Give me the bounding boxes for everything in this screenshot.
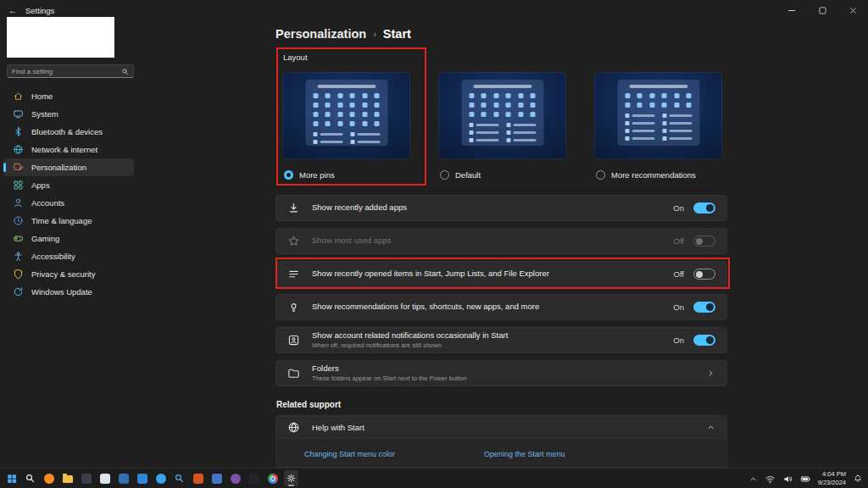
globe-icon xyxy=(287,421,301,434)
toggle-state-label: On xyxy=(673,203,684,213)
toggle-show-most-used[interactable] xyxy=(693,236,715,247)
sidebar-item-system[interactable]: System xyxy=(3,105,134,123)
toggle-show-recently-opened[interactable] xyxy=(693,269,715,280)
apps-icon xyxy=(12,180,24,191)
maximize-button[interactable] xyxy=(807,0,837,20)
volume-icon[interactable] xyxy=(782,474,793,485)
close-button[interactable] xyxy=(837,0,868,20)
taskbar-media-player-icon[interactable] xyxy=(79,470,93,486)
chevron-right-icon xyxy=(706,369,715,378)
taskbar-chrome-icon[interactable] xyxy=(265,470,280,486)
back-arrow-icon: ← xyxy=(8,5,18,15)
taskbar-firefox-icon[interactable] xyxy=(42,470,56,486)
accounts-icon xyxy=(12,197,24,209)
profile-placeholder[interactable] xyxy=(7,17,114,58)
update-icon xyxy=(12,286,24,298)
setting-row-show-recently-added-apps: Show recently added appsOn xyxy=(275,195,727,221)
help-body: Changing Start menu color Opening the St… xyxy=(275,439,727,468)
home-icon xyxy=(12,91,24,103)
sidebar-nav: HomeSystemBluetooth & devicesNetwork & i… xyxy=(3,87,134,301)
personalization-icon xyxy=(12,162,24,174)
toggle-state-label: On xyxy=(673,302,684,312)
window-title: Settings xyxy=(25,6,54,15)
breadcrumb-separator-icon: › xyxy=(373,29,376,39)
gaming-icon xyxy=(12,233,24,245)
link-changing-start-menu-color[interactable]: Changing Start menu color xyxy=(304,450,395,458)
wifi-icon[interactable] xyxy=(765,474,776,485)
tray-chevron-up-icon[interactable] xyxy=(748,474,758,484)
sidebar-item-home[interactable]: Home xyxy=(3,87,134,105)
clock[interactable]: 4:04 PM 9/23/2024 xyxy=(818,470,846,487)
layout-section-label: Layout xyxy=(283,53,308,62)
toggle-show-recently-added[interactable] xyxy=(693,202,715,214)
layout-options: More pinsDefaultMore recommendations xyxy=(282,72,722,180)
sidebar-item-accessibility[interactable]: Accessibility xyxy=(3,247,134,265)
privacy-icon xyxy=(12,269,24,280)
breadcrumb-parent[interactable]: Personalization xyxy=(275,27,366,41)
toggle-show-account-related[interactable] xyxy=(693,335,715,346)
taskbar-powerpoint-icon[interactable] xyxy=(191,470,205,486)
sidebar-item-time-language[interactable]: Time & language xyxy=(3,212,134,230)
search-box xyxy=(7,64,134,78)
system-icon xyxy=(12,108,24,120)
layout-preview-more-recommendations[interactable] xyxy=(594,72,722,159)
battery-icon[interactable] xyxy=(800,474,811,485)
sidebar-item-accounts[interactable]: Accounts xyxy=(3,194,134,212)
setting-row-folders[interactable]: FoldersThese folders appear on Start nex… xyxy=(275,360,727,386)
taskbar-search-icon[interactable] xyxy=(23,470,37,486)
accessibility-icon xyxy=(12,251,24,263)
taskbar-file-explorer-icon[interactable] xyxy=(60,470,75,486)
sidebar-item-bluetooth-devices[interactable]: Bluetooth & devices xyxy=(3,123,134,141)
sidebar-item-privacy-security[interactable]: Privacy & security xyxy=(3,265,134,283)
minimize-button[interactable] xyxy=(776,0,807,20)
page-title: Start xyxy=(383,27,411,41)
taskbar-mail-icon[interactable] xyxy=(116,470,131,486)
taskbar-terminal-icon[interactable] xyxy=(247,470,261,486)
taskbar-visual-studio-icon[interactable] xyxy=(228,470,242,486)
taskbar-apps xyxy=(0,470,298,486)
breadcrumb: Personalization › Start xyxy=(275,27,411,41)
search-icon[interactable] xyxy=(121,68,129,75)
setting-row-show-recommendations-for-tips: Show recommendations for tips, shortcuts… xyxy=(275,294,727,320)
settings-window: ← Settings HomeSystemBluetooth & devices… xyxy=(0,0,868,488)
layout-preview-default[interactable] xyxy=(438,72,566,159)
setting-row-show-account-related-notifications: Show account related notifications occas… xyxy=(275,327,727,353)
toggle-state-label: Off xyxy=(674,236,685,246)
radio-default[interactable] xyxy=(440,170,449,180)
taskbar-settings-icon[interactable] xyxy=(284,470,298,486)
layout-preview-more-pins[interactable] xyxy=(282,72,410,159)
toggle-state-label: Off xyxy=(674,269,685,279)
taskbar-edge-icon[interactable] xyxy=(153,470,168,486)
taskbar-store-icon[interactable] xyxy=(135,470,149,486)
toggle-show-recommendations-for[interactable] xyxy=(693,302,715,313)
help-title: Help with Start xyxy=(312,423,364,432)
radio-more-pins[interactable] xyxy=(284,170,293,180)
search-input[interactable] xyxy=(12,68,121,75)
layout-option-default: Default xyxy=(438,72,566,180)
chevron-up-icon[interactable] xyxy=(706,423,715,432)
taskbar-notepad-icon[interactable] xyxy=(209,470,224,486)
taskbar-photos-icon[interactable] xyxy=(97,470,112,486)
toggle-state-label: On xyxy=(673,336,684,345)
sidebar-item-personalization[interactable]: Personalization xyxy=(3,158,134,176)
related-support-label: Related support xyxy=(276,400,341,409)
settings-rows: Show recently added appsOnShow most used… xyxy=(275,195,727,393)
taskbar-start-icon[interactable] xyxy=(4,470,19,486)
titlebar: ← Settings xyxy=(0,0,868,20)
network-icon xyxy=(12,144,24,156)
time-icon xyxy=(12,215,24,227)
account-icon xyxy=(287,334,301,347)
link-opening-the-start-menu[interactable]: Opening the Start menu xyxy=(484,450,565,458)
notification-bell-icon[interactable] xyxy=(853,474,863,484)
clock-time: 4:04 PM xyxy=(818,470,846,479)
sidebar-item-network-internet[interactable]: Network & internet xyxy=(3,141,134,158)
system-tray: 4:04 PM 9/23/2024 xyxy=(748,469,863,488)
setting-row-show-most-used-apps: Show most used appsOff xyxy=(275,228,727,254)
sidebar-item-apps[interactable]: Apps xyxy=(3,176,134,194)
sidebar-item-gaming[interactable]: Gaming xyxy=(3,230,134,247)
window-controls xyxy=(776,0,868,20)
taskbar-search-app-icon[interactable] xyxy=(172,470,186,486)
radio-more-recommendations[interactable] xyxy=(596,170,605,180)
sidebar-item-windows-update[interactable]: Windows Update xyxy=(3,283,134,301)
help-with-start-row[interactable]: Help with Start xyxy=(275,415,727,439)
